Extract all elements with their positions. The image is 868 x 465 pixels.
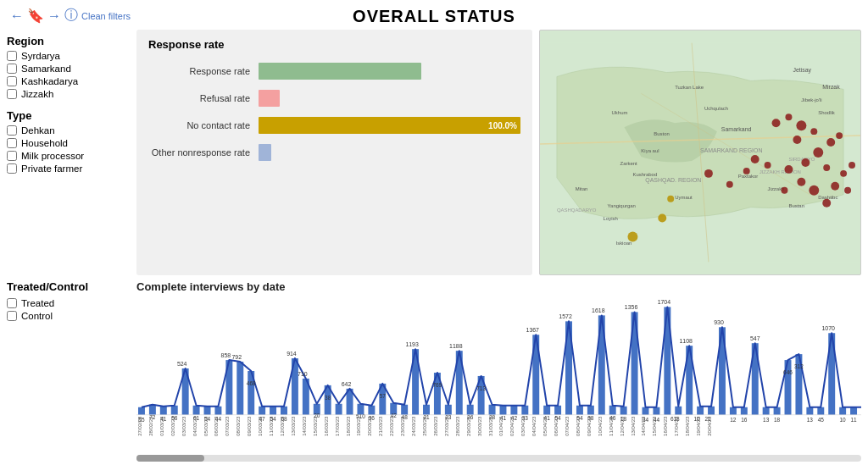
svg-text:26/03/23: 26/03/23 <box>433 416 438 436</box>
svg-text:11/03/23: 11/03/23 <box>269 416 274 436</box>
svg-point-45 <box>840 170 847 177</box>
svg-text:Shodlik: Shodlik <box>818 110 835 115</box>
refusal-rate-fill <box>259 90 280 107</box>
dehkan-checkbox[interactable] <box>7 125 17 136</box>
svg-rect-115 <box>763 407 770 415</box>
svg-rect-79 <box>368 406 375 415</box>
milk-processor-checkbox[interactable] <box>7 151 17 161</box>
svg-text:1572: 1572 <box>559 313 572 319</box>
svg-text:15/04/23: 15/04/23 <box>652 416 657 436</box>
svg-text:914: 914 <box>287 351 297 357</box>
line-chart-container: 524 858 792 914 710 642 1193 1188 1367 1… <box>136 296 861 453</box>
kashkadarya-checkbox[interactable] <box>7 76 17 86</box>
treated-checkbox[interactable] <box>7 298 17 308</box>
svg-text:1704: 1704 <box>658 299 671 305</box>
svg-rect-99 <box>587 406 594 415</box>
svg-rect-120 <box>817 407 824 415</box>
svg-text:22/03/23: 22/03/23 <box>389 416 394 436</box>
type-milk-processor[interactable]: Milk processor <box>7 151 130 161</box>
svg-rect-107 <box>675 407 682 415</box>
svg-text:10/04/23: 10/04/23 <box>598 416 603 436</box>
control-checkbox[interactable] <box>7 311 17 321</box>
svg-text:05/04/23: 05/04/23 <box>542 416 548 436</box>
svg-point-32 <box>785 113 792 120</box>
map-panel: Jetisay Mirzak Jibek-jo'li Shodlik Tuzka… <box>539 30 861 275</box>
svg-text:05/03/23: 05/03/23 <box>203 416 209 436</box>
svg-rect-109 <box>697 407 704 415</box>
scrollbar-thumb[interactable] <box>136 455 204 462</box>
jizzakh-checkbox[interactable] <box>7 89 17 99</box>
svg-point-38 <box>813 147 823 158</box>
info-icon[interactable]: ⓘ <box>64 7 78 25</box>
svg-text:1356: 1356 <box>625 304 638 310</box>
samarkand-checkbox[interactable] <box>7 64 17 74</box>
svg-text:1070: 1070 <box>822 325 836 331</box>
svg-point-42 <box>765 162 771 169</box>
back-icon[interactable]: ← <box>10 8 24 24</box>
svg-text:14/03/23: 14/03/23 <box>302 416 307 436</box>
response-rate-panel: Response rate Response rate Refusal rate… <box>136 30 532 275</box>
svg-rect-71 <box>281 407 287 415</box>
forward-icon[interactable]: → <box>47 8 61 24</box>
svg-text:15/03/23: 15/03/23 <box>313 416 318 436</box>
region-jizzakh[interactable]: Jizzakh <box>7 89 130 99</box>
svg-text:468: 468 <box>247 380 256 386</box>
svg-rect-102 <box>620 407 627 415</box>
svg-rect-70 <box>270 407 276 415</box>
svg-rect-67 <box>236 362 243 415</box>
line-chart-svg: 524 858 792 914 710 642 1193 1188 1367 1… <box>136 296 861 445</box>
type-title: Type <box>7 109 130 122</box>
svg-rect-104 <box>643 407 649 415</box>
svg-rect-113 <box>741 407 748 415</box>
filter-panel: Region Syrdarya Samarkand Kashkadarya Ji… <box>7 30 130 275</box>
svg-text:Uchqulach: Uchqulach <box>704 106 728 111</box>
region-kashkadarya[interactable]: Kashkadarya <box>7 76 130 86</box>
region-samarkand[interactable]: Samarkand <box>7 64 130 74</box>
svg-rect-93 <box>521 406 528 415</box>
svg-point-31 <box>772 119 781 127</box>
svg-text:Tuzkan Lake: Tuzkan Lake <box>675 85 704 90</box>
type-household[interactable]: Household <box>7 138 130 148</box>
chart-scrollbar[interactable] <box>136 455 861 462</box>
clean-filters-link[interactable]: Clean filters <box>81 11 131 21</box>
response-rate-box: Response rate Response rate Refusal rate… <box>136 30 532 275</box>
type-private-farmer[interactable]: Private farmer <box>7 163 130 174</box>
svg-text:12/04/23: 12/04/23 <box>620 416 625 436</box>
map-container[interactable]: Jetisay Mirzak Jibek-jo'li Shodlik Tuzka… <box>539 30 861 275</box>
svg-text:01/04/23: 01/04/23 <box>498 416 504 436</box>
bookmark-icon[interactable]: 🔖 <box>27 8 44 24</box>
svg-text:13: 13 <box>807 417 814 423</box>
svg-text:Iskioan: Iskioan <box>616 241 632 246</box>
svg-text:16/03/23: 16/03/23 <box>324 416 329 436</box>
svg-text:QASHQADARYO: QASHQADARYO <box>557 208 597 213</box>
syrdarya-checkbox[interactable] <box>7 51 17 61</box>
household-checkbox[interactable] <box>7 138 17 148</box>
svg-rect-101 <box>609 406 616 415</box>
svg-rect-96 <box>554 406 561 415</box>
svg-text:Uymaut: Uymaut <box>675 195 693 200</box>
svg-text:09/03/23: 09/03/23 <box>247 416 252 436</box>
treated-checkbox-item[interactable]: Treated <box>7 298 130 308</box>
control-checkbox-item[interactable]: Control <box>7 311 130 321</box>
region-syrdarya[interactable]: Syrdarya <box>7 51 130 61</box>
private-farmer-checkbox[interactable] <box>7 163 17 174</box>
svg-text:28/03/23: 28/03/23 <box>455 416 460 436</box>
svg-rect-69 <box>259 407 265 415</box>
svg-point-55 <box>658 214 666 223</box>
no-contact-track: 100.0% <box>259 117 520 134</box>
svg-text:Yangiqurgan: Yangiqurgan <box>608 203 636 208</box>
svg-rect-105 <box>653 407 659 415</box>
svg-text:09/04/23: 09/04/23 <box>587 416 592 436</box>
svg-text:06/04/23: 06/04/23 <box>554 416 559 436</box>
svg-text:20/03/23: 20/03/23 <box>367 416 372 436</box>
refusal-rate-bar-row: Refusal rate <box>148 90 520 107</box>
svg-text:Mitan: Mitan <box>576 186 588 191</box>
svg-text:858: 858 <box>221 352 231 358</box>
other-nonresponse-bar-row: Other nonresponse rate <box>148 144 520 161</box>
svg-text:28/02/23: 28/02/23 <box>148 416 153 436</box>
type-dehkan[interactable]: Dehkan <box>7 125 130 136</box>
svg-text:1108: 1108 <box>679 338 693 344</box>
svg-rect-122 <box>839 407 846 415</box>
svg-text:45: 45 <box>818 417 825 423</box>
page-header: ← 🔖 → ⓘ Clean filters OVERALL STATUS <box>0 0 868 30</box>
